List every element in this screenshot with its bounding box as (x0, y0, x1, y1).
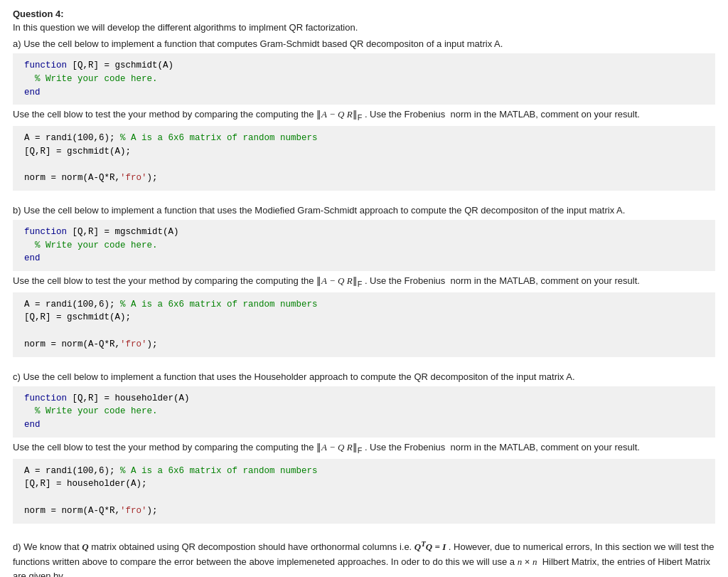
page-container: Question 4: In this question we will dev… (0, 0, 728, 577)
part-b-function-code: function [Q,R] = mgschmidt(A) % Write yo… (13, 220, 715, 271)
part-b-test-code: A = randi(100,6); % A is a 6x6 matrix of… (13, 292, 715, 357)
part-a-label: a) Use the cell below to implement a fun… (13, 38, 715, 49)
part-c-test-code: A = randi(100,6); % A is a 6x6 matrix of… (13, 459, 715, 524)
part-d-text: d) We know that Q matrix obtained using … (13, 538, 715, 577)
part-b-test-text: Use the cell blow to test the your metho… (13, 275, 715, 288)
part-a-function-code: function [Q,R] = gschmidt(A) % Write you… (13, 53, 715, 105)
part-c-label: c) Use the cell below to implement a fun… (13, 371, 715, 382)
part-b-label: b) Use the cell below to implement a fun… (13, 205, 715, 216)
part-c-test-text: Use the cell blow to test the your metho… (13, 442, 715, 455)
part-a-test-text: Use the cell blow to test the your metho… (13, 109, 715, 122)
intro-text: In this question we will develop the dif… (13, 22, 715, 33)
question-title: Question 4: (13, 9, 715, 19)
part-a-test-code: A = randi(100,6); % A is a 6x6 matrix of… (13, 126, 715, 191)
part-c-function-code: function [Q,R] = householder(A) % Write … (13, 386, 715, 438)
